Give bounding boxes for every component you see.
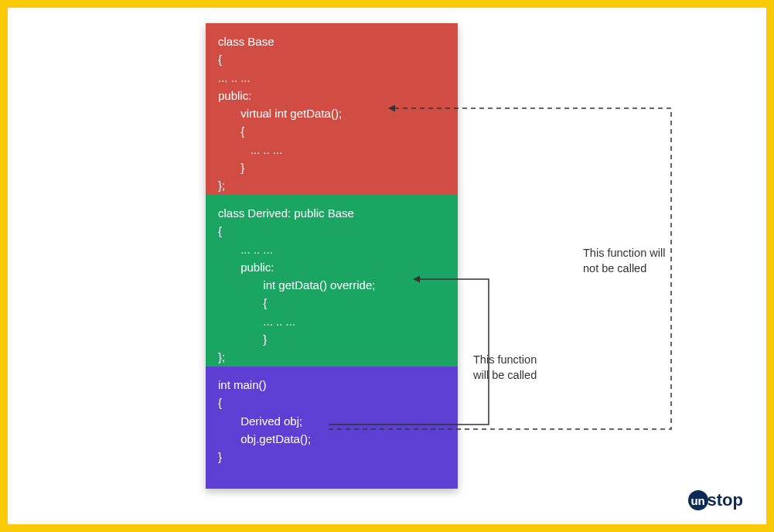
- diagram-stage: class Base { ... .. ... public: virtual …: [8, 8, 766, 524]
- code-column: class Base { ... .. ... public: virtual …: [206, 23, 458, 489]
- bordered-frame: class Base { ... .. ... public: virtual …: [0, 0, 774, 532]
- logo-text: stop: [708, 490, 743, 510]
- derived-class-block: class Derived: public Base { ... .. ... …: [206, 195, 458, 367]
- logo-bubble: un: [688, 490, 708, 510]
- unstop-logo: un stop: [688, 490, 743, 510]
- annotation-called: This function will be called: [473, 353, 605, 383]
- main-block: int main() { Derived obj; obj.getData();…: [206, 367, 458, 489]
- base-class-block: class Base { ... .. ... public: virtual …: [206, 23, 458, 195]
- annotation-not-called: This function will not be called: [583, 246, 714, 276]
